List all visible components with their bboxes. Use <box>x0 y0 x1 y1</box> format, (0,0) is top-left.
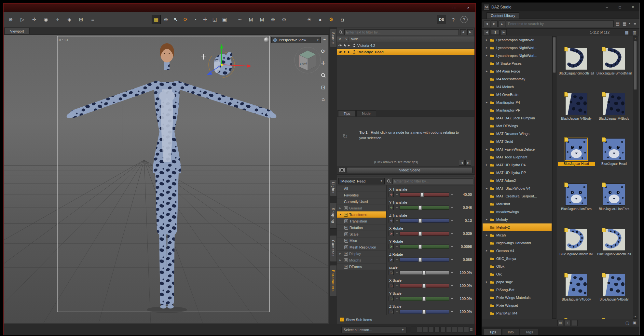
refresh-tip-icon[interactable]: ↻ <box>342 132 348 140</box>
folder-row[interactable]: meadowwings <box>483 208 552 216</box>
folder-row[interactable]: Orc <box>483 270 552 278</box>
figure-add-icon[interactable]: ⊕ <box>6 15 15 24</box>
expand-icon[interactable]: ▶ <box>486 234 490 236</box>
tab-node[interactable]: Node <box>356 110 376 116</box>
slider-value[interactable]: 100.0% <box>455 297 473 301</box>
item-thumbnail[interactable] <box>603 229 625 251</box>
slider-value[interactable]: 40.00 <box>455 193 473 196</box>
scrollbar-thumb[interactable] <box>553 37 556 73</box>
tab-viewport[interactable]: Viewport <box>5 28 30 34</box>
content-item[interactable]: BlueJaguar-SmoothTail <box>557 229 595 274</box>
decrement-button[interactable]: − <box>395 192 399 197</box>
slider-handle[interactable] <box>422 271 426 275</box>
timeline-cells[interactable] <box>411 327 469 332</box>
item-thumbnail[interactable] <box>603 138 625 160</box>
increment-button[interactable]: + <box>450 205 454 210</box>
powerpose-icon[interactable]: ✛ <box>30 15 39 24</box>
prev-tip-button[interactable]: ◀ <box>459 160 465 166</box>
show-details-icon[interactable]: ▣ <box>632 320 637 325</box>
folder-row[interactable]: MAT Droid <box>483 138 552 145</box>
thumbnails-scrollbar[interactable]: ▲ ▼ <box>633 36 637 319</box>
content-item[interactable]: BlueJaguar-V4Body <box>557 274 595 319</box>
folder-row[interactable]: ▶Oceana V4 <box>483 247 552 255</box>
folder-row-melody2-selected[interactable]: Melody2 <box>483 223 552 231</box>
folder-row[interactable]: ▶MAT_BlackWidow V4 <box>483 184 552 192</box>
folder-row[interactable]: M4 Moloch <box>483 83 552 91</box>
title-bar[interactable]: DS DAZ Studio – □ × <box>482 3 639 11</box>
mimic2-icon[interactable]: M <box>257 15 267 24</box>
increment-button[interactable]: + <box>450 270 454 275</box>
tab-tags[interactable]: Tags <box>520 329 539 335</box>
expand-icon[interactable]: ▶ <box>486 39 490 41</box>
folder-row[interactable]: ▶M4 Alien Force <box>483 67 552 75</box>
slider-value[interactable]: 0.039 <box>455 232 473 235</box>
page-number[interactable]: 1 <box>491 30 500 35</box>
cursor-icon[interactable] <box>343 50 347 54</box>
tab-tips[interactable]: Tips <box>338 110 356 116</box>
folder-row[interactable]: Mat DFWings <box>483 122 552 130</box>
collections-icon[interactable]: ⊞ <box>76 15 86 24</box>
folder-row[interactable]: ▶MAT UD Hydra P4 <box>483 161 552 169</box>
joint-editor-icon[interactable]: ⌖ <box>53 15 62 24</box>
folder-row[interactable]: ▶Lycanthropos NightWorl... <box>483 36 552 44</box>
folder-row[interactable]: PlantMan M4 <box>483 309 552 317</box>
folder-row[interactable]: ▶papa sage <box>483 278 552 286</box>
maximize-button[interactable]: □ <box>447 4 461 12</box>
item-thumbnail[interactable] <box>565 93 587 115</box>
decrement-button[interactable]: − <box>395 218 399 223</box>
sphere-view-icon[interactable]: ● <box>316 15 325 24</box>
scrollbar-thumb[interactable] <box>634 41 637 90</box>
expand-icon[interactable]: ▶ <box>486 148 490 151</box>
expand-icon[interactable]: ▶ <box>348 44 351 47</box>
parameter-filter-input[interactable] <box>392 178 473 184</box>
folder-row[interactable]: M4 OverBrain <box>483 91 552 99</box>
expand-icon[interactable]: ▶ <box>486 101 490 104</box>
decrement-button[interactable]: − <box>395 244 399 249</box>
category-translation[interactable]: GTranslation <box>337 218 386 224</box>
folder-row[interactable]: Nightwings Darkworld <box>483 239 552 247</box>
folder-row[interactable]: MAT UD Hydra PP <box>483 169 552 177</box>
expand-icon[interactable]: ▶ <box>486 187 490 190</box>
slider-value[interactable]: 0.068 <box>455 258 473 262</box>
view-selector-dropdown[interactable]: Perspective View ▼ <box>271 37 321 43</box>
slider-value[interactable]: -0.0098 <box>455 245 473 249</box>
next-tip-button[interactable]: ▶ <box>465 160 471 166</box>
folder-row[interactable]: Mantiraptor-PP <box>483 106 552 114</box>
folder-row[interactable]: ▶Mantiraptor-P4 <box>483 99 552 106</box>
folder-row[interactable]: OKC_Senya <box>483 255 552 262</box>
item-thumbnail[interactable] <box>565 183 587 206</box>
view-navigation-cube[interactable]: Front <box>295 47 321 73</box>
frame-view-icon[interactable]: ⊡ <box>319 83 327 91</box>
content-item[interactable]: BlueJaguar-LionEars <box>595 183 632 229</box>
folder-row[interactable]: ▶Lycanthropos NightWorl... <box>483 52 552 60</box>
category-currently-used[interactable]: Currently Used <box>337 198 386 205</box>
maximize-button[interactable]: □ <box>613 3 626 11</box>
tab-cameras[interactable]: Cameras <box>330 235 336 262</box>
grid-view-icon[interactable]: ▦ <box>624 30 630 35</box>
decrement-button[interactable]: − <box>395 257 399 262</box>
expand-icon[interactable]: ▶ <box>486 249 490 252</box>
prev-filter-button[interactable]: ◀ <box>460 29 466 35</box>
tab-content-library[interactable]: Content Library <box>486 12 519 19</box>
expand-icon[interactable]: ▶ <box>486 164 490 166</box>
back-button[interactable]: ◀ <box>484 20 490 27</box>
expand-icon[interactable]: ▶ <box>339 252 343 255</box>
folder-row[interactable]: MAT Toon Elephant <box>483 153 552 161</box>
item-thumbnail[interactable] <box>565 229 587 251</box>
up-level-button[interactable]: ▲ <box>499 20 505 27</box>
scroll-down-icon[interactable]: ▼ <box>633 315 637 318</box>
category-dforms[interactable]: GDForms <box>337 263 386 270</box>
slider-track[interactable] <box>400 258 449 262</box>
category-misc[interactable]: GMisc <box>337 237 386 244</box>
thumb-size-icon[interactable]: ▤ <box>557 320 563 326</box>
folder-row[interactable]: Pixie Wings Materials <box>483 294 552 302</box>
tab-lights[interactable]: Lights <box>330 180 336 196</box>
node-label[interactable]: Victoria 4.2 <box>357 44 375 47</box>
content-item[interactable]: BlackJaguar-V4Body <box>595 93 632 138</box>
category-rotation[interactable]: GRotation <box>337 224 386 231</box>
collapse-icon[interactable]: ▼ <box>339 213 343 216</box>
increment-button[interactable]: + <box>450 192 454 197</box>
folder-row[interactable]: Ollok <box>483 262 552 270</box>
lesson-dropdown[interactable]: Select a Lesson... ▼ <box>341 327 406 333</box>
eye-icon[interactable] <box>338 50 342 54</box>
